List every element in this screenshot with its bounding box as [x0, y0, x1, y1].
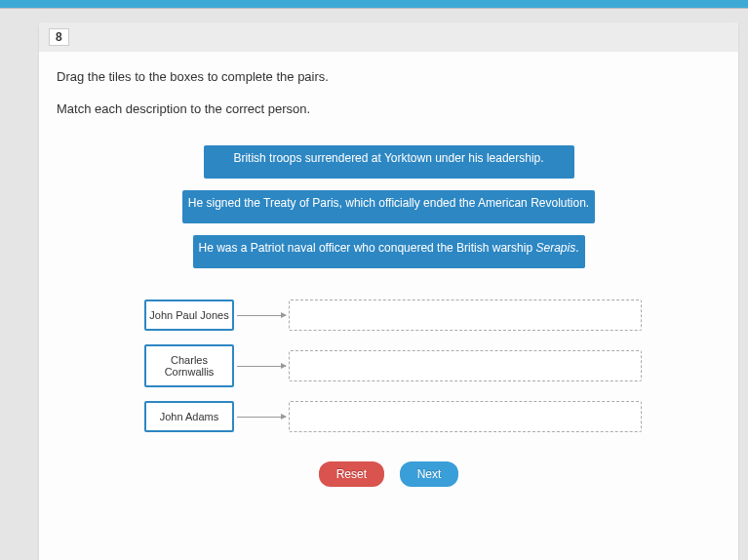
drag-instruction: Drag the tiles to the boxes to complete … [57, 69, 721, 84]
drop-target[interactable] [289, 401, 642, 432]
draggable-tile[interactable]: British troops surrendered at Yorktown u… [204, 145, 574, 179]
next-button[interactable]: Next [400, 461, 459, 487]
arrow-icon [237, 366, 286, 367]
arrow-icon [237, 417, 286, 418]
drop-target[interactable] [289, 350, 642, 381]
draggable-tile[interactable]: He signed the Treaty of Paris, which off… [182, 190, 595, 223]
tiles-area: British troops surrendered at Yorktown u… [57, 145, 721, 280]
question-header: 8 [39, 22, 738, 52]
tile-suffix: . [575, 241, 578, 255]
pair-row: John Paul Jones [144, 300, 721, 331]
person-box: John Adams [144, 401, 234, 432]
tile-text: He was a Patriot naval officer who conqu… [199, 241, 536, 255]
pair-row: John Adams [144, 401, 721, 432]
question-card: 8 Drag the tiles to the boxes to complet… [39, 22, 738, 560]
tile-text: British troops surrendered at Yorktown u… [233, 151, 543, 165]
pair-row: Charles Cornwallis [144, 344, 721, 387]
tile-text: He signed the Treaty of Paris, which off… [188, 196, 589, 210]
pairs-area: John Paul Jones Charles Cornwallis John … [144, 300, 721, 432]
arrow-icon [237, 315, 286, 316]
draggable-tile[interactable]: He was a Patriot naval officer who conqu… [193, 235, 585, 268]
person-box: John Paul Jones [144, 300, 234, 331]
question-number: 8 [49, 28, 69, 46]
match-instruction: Match each description to the correct pe… [57, 101, 721, 116]
person-box: Charles Cornwallis [144, 344, 234, 387]
drop-target[interactable] [289, 300, 642, 331]
button-row: Reset Next [57, 461, 721, 487]
top-bar [0, 0, 748, 9]
tile-italic: Serapis [535, 241, 575, 255]
reset-button[interactable]: Reset [319, 461, 384, 487]
question-content: Drag the tiles to the boxes to complete … [39, 52, 738, 487]
